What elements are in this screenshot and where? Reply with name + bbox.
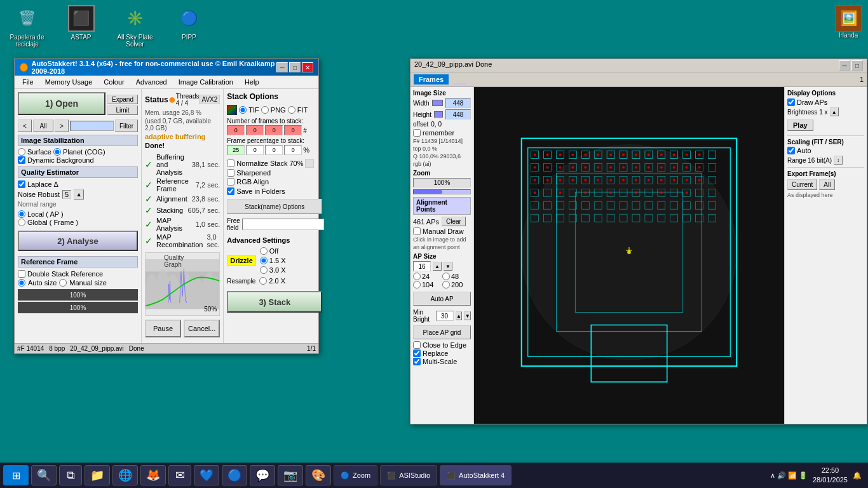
- taskbar-app-zoom[interactable]: 🔵 Zoom: [334, 465, 377, 485]
- taskbar-files[interactable]: 📁: [85, 465, 110, 485]
- global-radio[interactable]: [18, 219, 25, 226]
- width-slider[interactable]: [432, 100, 443, 106]
- png-radio[interactable]: [261, 106, 269, 114]
- taskbar-lightroom[interactable]: 📷: [278, 465, 303, 485]
- dynamic-bg-checkbox[interactable]: [18, 156, 25, 164]
- papelera-icon[interactable]: 🗑️ Papelera de reciclaje: [6, 5, 48, 48]
- sharpened-checkbox[interactable]: [227, 169, 234, 177]
- cancel-button[interactable]: Cancel...: [184, 320, 220, 337]
- ap-104-radio[interactable]: [413, 281, 421, 288]
- auto-scale-checkbox[interactable]: [787, 147, 795, 154]
- image-view-area[interactable]: [474, 87, 784, 424]
- zoom-slider[interactable]: [413, 189, 471, 194]
- range-spin[interactable]: ↕: [834, 156, 843, 165]
- frames-input-0[interactable]: [227, 125, 245, 135]
- auto-ap-button[interactable]: Auto AP: [413, 292, 471, 306]
- planet-radio[interactable]: [53, 148, 61, 156]
- taskbar-code[interactable]: 💙: [194, 465, 219, 485]
- taskbar-app-asi[interactable]: ⬛ ASIStudio: [380, 465, 437, 485]
- irlanda-icon[interactable]: 🖼️ Irlanda: [835, 5, 862, 39]
- export-all-button[interactable]: All: [819, 179, 835, 190]
- play-button[interactable]: Play: [787, 119, 813, 131]
- frames-input-2[interactable]: [265, 125, 283, 135]
- taskbar-chrome[interactable]: 🔵: [222, 465, 247, 485]
- export-current-button[interactable]: Current: [787, 179, 817, 190]
- taskbar-search[interactable]: 🔍: [31, 465, 57, 485]
- save-folders-checkbox[interactable]: [227, 187, 234, 195]
- menu-memory[interactable]: Memory Usage: [40, 77, 98, 87]
- ap-size-spin-down[interactable]: ▼: [444, 262, 452, 271]
- tif-radio[interactable]: [239, 106, 247, 114]
- double-stack-checkbox[interactable]: [18, 270, 25, 278]
- local-radio[interactable]: [18, 210, 25, 218]
- notification-icon[interactable]: 🔔: [853, 471, 862, 480]
- taskbar-taskview[interactable]: ⧉: [59, 465, 82, 485]
- frames-input-1[interactable]: [246, 125, 264, 135]
- minimize-button[interactable]: ─: [276, 62, 288, 72]
- limit-button[interactable]: Limit: [107, 105, 138, 115]
- menu-file[interactable]: File: [17, 77, 39, 87]
- frames-input-3[interactable]: [284, 125, 302, 135]
- img-max-button[interactable]: □: [851, 60, 863, 71]
- expand-button[interactable]: Expand: [107, 95, 138, 104]
- next-button[interactable]: >: [55, 119, 69, 132]
- menu-colour[interactable]: Colour: [98, 77, 129, 87]
- pct-input-1[interactable]: [246, 145, 264, 155]
- place-ap-button[interactable]: Place AP grid: [413, 325, 471, 339]
- taskbar-clock[interactable]: 22:50 28/01/2025: [813, 466, 848, 485]
- allsky-icon[interactable]: ✳️ All Sky PlateSolver: [114, 5, 156, 48]
- close-button[interactable]: ✕: [302, 62, 313, 72]
- filter-button[interactable]: Filter: [115, 119, 138, 132]
- all-button[interactable]: All: [33, 119, 53, 132]
- prev-button[interactable]: <: [18, 119, 32, 132]
- auto-size-radio[interactable]: [18, 279, 25, 287]
- astap-icon[interactable]: ⬛ ASTAP: [60, 5, 102, 48]
- color-button[interactable]: [227, 105, 237, 115]
- ap-size-spin-up[interactable]: ▲: [433, 262, 442, 271]
- min-bright-input[interactable]: [436, 311, 454, 321]
- pct-input-0[interactable]: [227, 145, 245, 155]
- frames-tab[interactable]: Frames: [414, 74, 449, 85]
- close-to-edge-checkbox[interactable]: [413, 341, 421, 349]
- laplace-checkbox[interactable]: [18, 180, 25, 188]
- replace-checkbox[interactable]: [413, 349, 421, 357]
- manual-draw-checkbox[interactable]: [413, 227, 421, 235]
- ap-24-radio[interactable]: [413, 273, 421, 280]
- taskbar-photo2[interactable]: 🎨: [306, 465, 331, 485]
- remember-checkbox[interactable]: [413, 129, 421, 137]
- img-min-button[interactable]: ─: [839, 60, 850, 71]
- taskbar-app-autostakkert[interactable]: ⬛ AutoStakkert 4: [440, 465, 512, 485]
- fit-radio[interactable]: [288, 106, 295, 114]
- min-bright-spin-up[interactable]: ▲: [456, 311, 463, 320]
- surface-radio[interactable]: [18, 148, 25, 156]
- maximize-button[interactable]: □: [289, 62, 301, 72]
- multi-scale-checkbox[interactable]: [413, 358, 421, 365]
- taskbar-slack[interactable]: 💬: [250, 465, 275, 485]
- min-bright-spin-down[interactable]: ▼: [464, 311, 471, 320]
- height-input[interactable]: [445, 109, 471, 119]
- drizzle-30-radio[interactable]: [260, 266, 268, 274]
- noise-spin-up[interactable]: ▲: [74, 189, 84, 200]
- menu-advanced[interactable]: Advanced: [131, 77, 172, 87]
- taskbar-mail[interactable]: ✉: [168, 465, 191, 485]
- drizzle-off-radio[interactable]: [260, 247, 268, 255]
- ap-size-input[interactable]: [413, 261, 431, 271]
- ap-48-radio[interactable]: [442, 273, 450, 280]
- pct-input-3[interactable]: [284, 145, 302, 155]
- draw-aps-checkbox[interactable]: [787, 98, 795, 106]
- clear-button[interactable]: Clear: [442, 217, 466, 226]
- pipp-icon[interactable]: 🔵 PIPP: [168, 5, 210, 48]
- free-field-input[interactable]: [242, 219, 324, 230]
- manual-size-radio[interactable]: [59, 279, 67, 287]
- ap-200-radio[interactable]: [442, 281, 450, 288]
- start-button[interactable]: ⊞: [3, 465, 29, 485]
- rgb-align-checkbox[interactable]: [227, 178, 234, 186]
- taskbar-browser[interactable]: 🦊: [140, 465, 166, 485]
- image-canvas[interactable]: [474, 87, 784, 424]
- menu-help[interactable]: Help: [240, 77, 264, 87]
- pause-button[interactable]: Pause: [145, 320, 181, 337]
- taskbar-edge[interactable]: 🌐: [112, 465, 138, 485]
- resample-20-radio[interactable]: [259, 277, 267, 285]
- stack-name-button[interactable]: Stack(name) Options: [227, 199, 322, 214]
- brightness-spin[interactable]: ▲: [830, 107, 839, 116]
